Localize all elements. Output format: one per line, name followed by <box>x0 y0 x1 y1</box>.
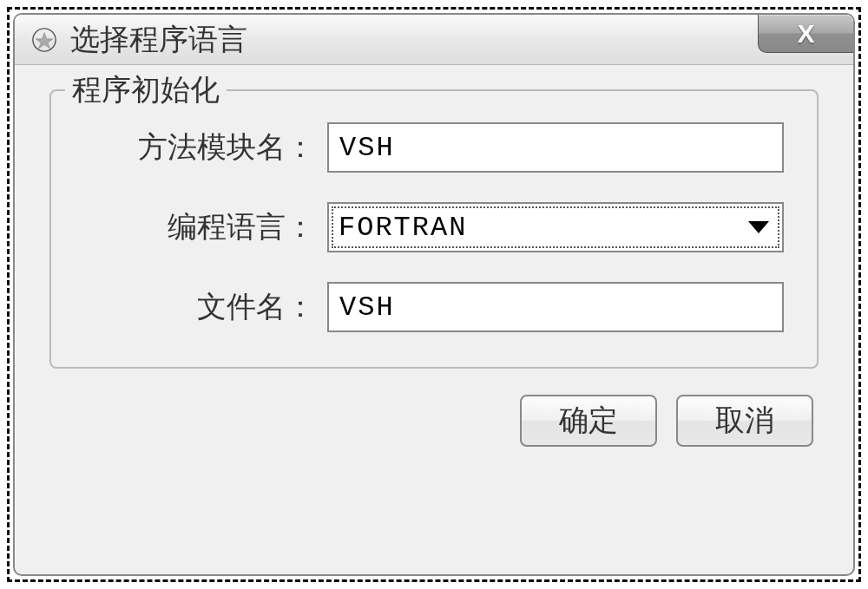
cancel-button[interactable]: 取消 <box>676 395 813 447</box>
combo-focus-ring: FORTRAN <box>332 206 779 248</box>
dialog-title: 选择程序语言 <box>70 20 247 60</box>
dialog-window: 选择程序语言 X 程序初始化 方法模块名： 编程语言： <box>13 13 855 576</box>
ok-button[interactable]: 确定 <box>520 395 657 447</box>
selection-marquee: 选择程序语言 X 程序初始化 方法模块名： 编程语言： <box>7 7 861 582</box>
content-area: 程序初始化 方法模块名： 编程语言： FORTRAN <box>15 65 853 574</box>
app-icon <box>30 26 58 54</box>
close-icon: X <box>797 19 814 49</box>
groupbox-legend: 程序初始化 <box>65 70 227 110</box>
programming-language-row: 编程语言： FORTRAN <box>84 202 784 252</box>
chevron-down-icon <box>748 221 769 233</box>
programming-language-label: 编程语言： <box>84 207 327 247</box>
titlebar[interactable]: 选择程序语言 X <box>15 15 853 65</box>
method-module-row: 方法模块名： <box>84 122 784 173</box>
file-name-row: 文件名： <box>84 282 784 332</box>
programming-language-value: FORTRAN <box>339 212 467 244</box>
method-module-label: 方法模块名： <box>84 128 327 167</box>
file-name-label: 文件名： <box>84 287 327 327</box>
programming-language-combo-wrapper: FORTRAN <box>327 202 784 252</box>
close-button[interactable]: X <box>758 15 853 53</box>
programming-language-combo[interactable]: FORTRAN <box>327 202 784 252</box>
button-row: 确定 取消 <box>49 395 819 447</box>
init-groupbox: 程序初始化 方法模块名： 编程语言： FORTRAN <box>49 89 819 369</box>
method-module-input[interactable] <box>327 122 784 173</box>
file-name-input[interactable] <box>327 282 784 332</box>
